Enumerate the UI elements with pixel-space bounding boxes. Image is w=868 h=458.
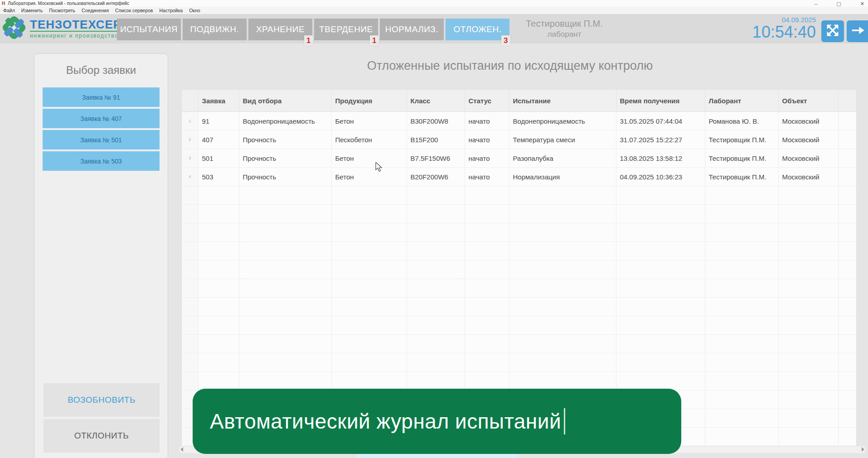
empty-cell (182, 186, 198, 205)
fullscreen-icon (825, 23, 840, 40)
cell: Тестировщик П.М. (705, 168, 778, 186)
column-header[interactable]: Заявка (198, 90, 239, 112)
cell: Московский (778, 112, 838, 130)
close-button[interactable]: ✕ (860, 1, 864, 6)
cell: Нормализация (509, 168, 616, 186)
empty-cell (182, 279, 198, 298)
empty-cell (465, 186, 509, 205)
column-header[interactable]: Объект (778, 90, 838, 112)
empty-cell (705, 335, 778, 353)
column-header[interactable]: Время получения (616, 90, 705, 112)
column-header[interactable]: Испытание (509, 90, 616, 112)
current-user: Тестировщик П.М. лаборант (517, 18, 612, 39)
tab-badge: 1 (370, 35, 379, 46)
menu-item-settings[interactable]: Настройка (156, 8, 186, 13)
request-button-91[interactable]: Заявка № 91 (43, 87, 160, 107)
tab-normaliz[interactable]: НОРМАЛИЗ. (380, 19, 444, 40)
empty-cell (465, 372, 509, 391)
tab-khranenie[interactable]: ХРАНЕНИЕ1 (248, 19, 312, 40)
empty-cell (616, 186, 705, 205)
empty-cell (509, 298, 616, 316)
cell: 501 (198, 149, 239, 168)
cell-filler (838, 168, 857, 186)
empty-cell (705, 372, 778, 391)
column-header[interactable]: Продукция (331, 90, 407, 112)
empty-cell (331, 316, 407, 335)
empty-cell (509, 316, 616, 335)
caption-text: Автоматический журнал испытаний (210, 409, 561, 434)
scroll-right-arrow[interactable] (862, 447, 864, 452)
empty-row (182, 186, 857, 205)
tab-ispytaniya[interactable]: ИСПЫТАНИЯ (117, 19, 181, 40)
minimize-button[interactable]: – (815, 1, 817, 6)
cell: 407 (198, 130, 239, 149)
cell: Московский (778, 168, 838, 186)
cell: Температура смеси (509, 130, 616, 149)
empty-cell (239, 242, 331, 260)
table-row[interactable]: 4503ПрочностьБетонB20F200W6начатоНормали… (182, 168, 857, 186)
empty-cell (331, 260, 407, 279)
empty-cell (407, 372, 465, 391)
mouse-cursor (375, 162, 384, 174)
column-header[interactable]: Статус (465, 90, 509, 112)
column-header-rownum[interactable] (182, 90, 198, 112)
menu-item-file[interactable]: Файл (0, 8, 18, 13)
page-title: Отложенные испытания по исходящему контр… (181, 59, 839, 73)
empty-cell (616, 242, 705, 260)
cell-filler (838, 130, 857, 149)
resume-button[interactable]: ВОЗОБНОВИТЬ (44, 383, 160, 417)
empty-cell (182, 298, 198, 316)
menu-item-window[interactable]: Окно (186, 8, 203, 13)
tab-label: ПОДВИЖН. (190, 24, 239, 34)
table-row[interactable]: 3501ПрочностьБетонB7.5F150W6начатоРазопа… (182, 149, 857, 168)
maximize-button[interactable]: ▢ (836, 1, 841, 6)
table-row[interactable]: 191ВодонепроницаемостьБетонB30F200W8нача… (182, 112, 857, 130)
menu-item-connections[interactable]: Соединения (78, 8, 112, 13)
menu-item-edit[interactable]: Изменить (18, 8, 46, 13)
tab-otlozhen[interactable]: ОТЛОЖЕН.3 (446, 19, 509, 40)
empty-cell (239, 205, 331, 223)
request-button-407[interactable]: Заявка № 407 (43, 109, 160, 128)
tab-label: НОРМАЛИЗ. (385, 24, 438, 34)
empty-cell (778, 279, 838, 298)
empty-cell (198, 298, 239, 316)
empty-cell (331, 353, 407, 372)
menu-item-server-list[interactable]: Список серверов (112, 8, 156, 13)
fullscreen-button[interactable] (821, 20, 844, 42)
cell: Пескобетон (331, 130, 407, 149)
empty-cell (198, 353, 239, 372)
empty-cell (616, 372, 705, 391)
request-button-503[interactable]: Заявка № 503 (43, 151, 160, 171)
empty-cell (838, 335, 857, 353)
user-role: лаборант (517, 29, 612, 39)
clock: 04.09.2025 10:54:40 (752, 16, 816, 41)
exit-button[interactable] (847, 20, 868, 42)
empty-cell (838, 205, 857, 223)
empty-cell (182, 372, 198, 391)
empty-cell (465, 335, 509, 353)
decline-button[interactable]: ОТКЛОНИТЬ (44, 419, 160, 453)
window-title: Лаборатория. Московский - пользовательск… (8, 1, 129, 6)
empty-cell (239, 353, 331, 372)
arrow-right-icon (850, 23, 865, 40)
empty-cell (616, 223, 705, 242)
empty-cell (182, 260, 198, 279)
empty-cell (465, 298, 509, 316)
column-header[interactable]: Лаборант (705, 90, 778, 112)
empty-cell (705, 186, 778, 205)
app-window: Н Лаборатория. Московский - пользователь… (0, 0, 868, 458)
column-header[interactable]: Вид отбора (239, 90, 331, 112)
request-button-501[interactable]: Заявка № 501 (43, 130, 160, 149)
scroll-left-arrow[interactable] (180, 447, 183, 452)
column-header[interactable]: Класс (407, 90, 465, 112)
empty-cell (465, 223, 509, 242)
caption-banner: Автоматический журнал испытаний (193, 389, 681, 454)
menu-item-view[interactable]: Посмотреть (46, 8, 78, 13)
empty-cell (509, 260, 616, 279)
tab-tverdenie[interactable]: ТВЕРДЕНИЕ1 (314, 19, 378, 40)
caption-caret (564, 408, 565, 434)
row-number: 2 (182, 130, 198, 149)
table-row[interactable]: 2407ПрочностьПескобетонB15F200начатоТемп… (182, 130, 857, 149)
tab-podvizhn[interactable]: ПОДВИЖН. (183, 19, 247, 40)
cell: 04.09.2025 10:36:23 (616, 168, 705, 186)
